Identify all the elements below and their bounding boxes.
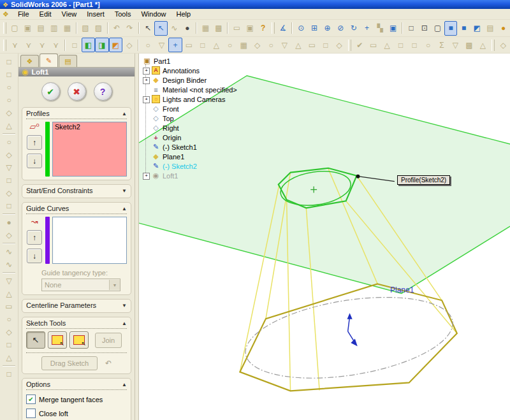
smart-dimension-button[interactable]: ∡ — [277, 21, 290, 36]
tree-item-design-binder[interactable]: + ◆ Design Binder — [143, 75, 237, 85]
tree-item-plane1[interactable]: ◆ Plane1 — [143, 152, 237, 161]
undo-icon[interactable]: ↶ — [105, 359, 112, 368]
grid-snap-button[interactable]: ▩ — [212, 21, 226, 36]
move-guide-down-button[interactable]: ↓ — [27, 249, 42, 263]
mirror-button[interactable]: ◇ — [251, 38, 264, 52]
make-assembly-button[interactable]: ▦ — [61, 21, 74, 36]
design-check-button[interactable]: ○ — [421, 38, 435, 52]
side-tool-12[interactable]: □ — [2, 199, 16, 212]
make-drawing-button[interactable]: ▥ — [47, 21, 61, 36]
collapse-arrow-icon[interactable]: ▲ — [122, 111, 127, 117]
hole-wizard-button[interactable]: ○ — [223, 38, 237, 52]
profiles-group-header[interactable]: Profiles ▲ — [26, 110, 127, 119]
menu-view[interactable]: View — [57, 10, 82, 18]
expand-box[interactable]: + — [143, 68, 150, 75]
filter-faces-button[interactable]: ⋎ — [36, 38, 49, 52]
tab-propertymanager[interactable]: ✎ — [40, 54, 58, 67]
menu-insert[interactable]: Insert — [82, 10, 110, 18]
expand-box[interactable]: + — [143, 77, 150, 84]
sketch1-ellipse[interactable] — [240, 284, 458, 391]
select-button[interactable]: ↖ — [142, 21, 155, 36]
standard-views-button[interactable]: ▣ — [386, 21, 400, 36]
options-button[interactable]: ▽ — [449, 38, 462, 52]
measure-tool-button[interactable]: ▭ — [367, 38, 380, 52]
shadows-button[interactable]: ◩ — [470, 21, 484, 36]
side-tool-6[interactable]: △ — [2, 119, 16, 132]
tree-item-part1[interactable]: ▣ Part1 — [143, 56, 237, 66]
sweep-button[interactable]: ◇ — [122, 38, 136, 52]
rotate-view-button[interactable]: ↻ — [347, 21, 361, 36]
side-tool-22[interactable]: □ — [2, 338, 16, 351]
side-tool-9[interactable]: ▽ — [2, 161, 16, 174]
pattern-button[interactable]: ▦ — [237, 38, 250, 52]
print-button[interactable]: ▧ — [79, 21, 92, 36]
spline-button[interactable]: ∿ — [168, 21, 181, 36]
menu-window[interactable]: Window — [136, 10, 171, 18]
revolved-boss-button[interactable]: ◨ — [95, 38, 108, 52]
measure-button[interactable]: ▭ — [230, 21, 244, 36]
tree-item-loft1[interactable]: + ◉ Loft1 — [143, 171, 237, 180]
material-ball-button[interactable]: ● — [497, 21, 510, 36]
chamfer-button[interactable]: ▽ — [155, 38, 168, 52]
shaded-with-edges-button[interactable]: ■ — [444, 21, 458, 36]
tree-item-sketch2[interactable]: ✎ (-) Sketch2 — [143, 161, 237, 171]
close-loft-checkbox[interactable] — [26, 409, 36, 418]
check-document-button[interactable]: □ — [407, 38, 421, 52]
side-tool-4[interactable]: ○ — [2, 94, 16, 106]
flex-button[interactable]: ▭ — [305, 38, 319, 52]
menu-file[interactable]: File — [13, 10, 34, 18]
guide-curves-list[interactable] — [52, 217, 127, 264]
hidden-lines-removed-button[interactable]: ▢ — [431, 21, 444, 36]
side-tool-21[interactable]: ◇ — [2, 326, 16, 338]
loft-button[interactable]: ◩ — [109, 38, 122, 52]
zoom-fit-button[interactable]: ⊙ — [295, 21, 308, 36]
point-tool-button[interactable]: ● — [181, 21, 194, 36]
filter-vertices-button[interactable]: ⋎ — [8, 38, 22, 52]
redraw-button[interactable]: ▚ — [374, 21, 387, 36]
side-tool-13[interactable]: ● — [2, 216, 16, 229]
join-button[interactable]: Join — [95, 333, 122, 348]
properties-button[interactable]: ▣ — [244, 21, 257, 36]
external-references-button[interactable]: △ — [476, 38, 490, 52]
hidden-lines-visible-button[interactable]: ⊡ — [418, 21, 432, 36]
tree-item-right-plane[interactable]: ◇ Right — [143, 123, 237, 133]
menu-tools[interactable]: Tools — [110, 10, 136, 18]
move-sketch-tool-button[interactable]: ↖ — [69, 331, 89, 349]
menu-help[interactable]: Help — [171, 10, 196, 18]
print-preview-button[interactable]: ▨ — [92, 21, 105, 36]
new-button[interactable]: ▢ — [8, 21, 22, 36]
tree-item-sketch1[interactable]: ✎ (-) Sketch1 — [143, 142, 237, 152]
side-tool-15[interactable]: ∿ — [2, 245, 16, 258]
tree-item-front-plane[interactable]: ◇ Front — [143, 104, 237, 113]
side-tool-8[interactable]: ◇ — [2, 148, 16, 161]
collapse-arrow-icon[interactable]: ▲ — [122, 382, 127, 387]
move-guide-up-button[interactable]: ↑ — [27, 230, 42, 245]
side-tool-11[interactable]: ◇ — [2, 187, 16, 199]
move-profile-down-button[interactable]: ↓ — [27, 154, 42, 168]
filter-edges-button[interactable]: ⋎ — [22, 38, 35, 52]
side-tool-18[interactable]: △ — [2, 287, 16, 300]
side-tool-7[interactable]: ○ — [2, 136, 16, 148]
deform-button[interactable]: △ — [291, 38, 305, 52]
guide-tangency-select[interactable]: None ▼ — [41, 279, 120, 291]
mass-properties-button[interactable]: △ — [380, 38, 393, 52]
move-profile-up-button[interactable]: ↑ — [27, 135, 42, 150]
fillet-button[interactable]: ○ — [141, 38, 154, 52]
save-button[interactable]: ▤ — [34, 21, 48, 36]
dome-button[interactable]: ○ — [264, 38, 277, 52]
zoom-in-out-button[interactable]: ⊕ — [321, 21, 334, 36]
rib-button[interactable]: ▭ — [182, 38, 196, 52]
side-tool-3[interactable]: ○ — [2, 81, 16, 94]
spell-check-button[interactable]: ✔ — [353, 38, 367, 52]
zoom-area-button[interactable]: ⊞ — [308, 21, 321, 36]
section-properties-button[interactable]: □ — [394, 38, 407, 52]
wrap-button[interactable]: □ — [319, 38, 332, 52]
help-round-button[interactable]: ? — [94, 82, 112, 101]
menu-edit[interactable]: Edit — [34, 10, 57, 18]
shell-button[interactable]: □ — [196, 38, 209, 52]
expand-box[interactable]: + — [143, 96, 150, 103]
profiles-list-item[interactable]: Sketch2 — [53, 122, 126, 131]
side-tool-24[interactable]: □ — [2, 368, 16, 380]
drag-sketch-button[interactable]: Drag Sketch — [41, 356, 98, 370]
shape-button[interactable]: ▽ — [278, 38, 291, 52]
